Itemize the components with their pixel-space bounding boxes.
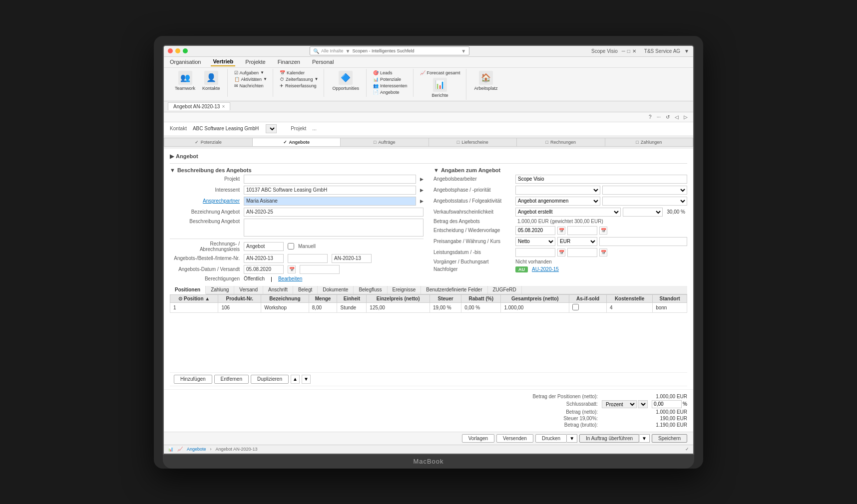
verkauf-select2[interactable]	[623, 208, 663, 217]
menu-organisation[interactable]: Organisation	[168, 58, 203, 66]
in-auftrag-btn[interactable]: In Auftrag überführen	[579, 434, 639, 443]
win-restore[interactable]: □	[627, 48, 630, 54]
ribbon-btn-zeiterfassung[interactable]: ⏱ Zeiterfassung ▼	[278, 76, 320, 82]
datum-input[interactable]	[244, 265, 284, 274]
move-down-btn[interactable]: ▼	[302, 375, 311, 384]
schlussrabatt-input[interactable]	[652, 400, 682, 408]
status-select[interactable]: Angebot angenommen	[515, 197, 600, 206]
rechnungs-input[interactable]	[244, 242, 284, 251]
minimize-button[interactable]	[175, 48, 180, 53]
entscheidung-input2[interactable]	[567, 226, 597, 235]
entscheidung-calendar[interactable]: 📅	[557, 227, 565, 235]
entscheidung-input[interactable]	[515, 226, 555, 235]
menu-vertrieb[interactable]: Vertrieb	[211, 57, 235, 66]
tab-anschrift[interactable]: Anschrift	[263, 286, 293, 294]
tab-zugferd[interactable]: ZUGFeRD	[488, 286, 522, 294]
preisangabe-select[interactable]: Netto	[515, 237, 555, 246]
status-breadcrumb1[interactable]: Angebote	[187, 447, 206, 452]
datum-calendar-btn[interactable]: 📅	[288, 265, 296, 273]
nav-step-lieferscheine[interactable]: □ Lieferscheine	[429, 138, 517, 146]
nav-step-potenziale[interactable]: ✓ Potenziale	[164, 138, 253, 146]
versenden-btn[interactable]: Versenden	[496, 434, 533, 443]
doc-tab-close[interactable]: ×	[222, 104, 225, 109]
vorlagen-btn[interactable]: Vorlagen	[462, 434, 494, 443]
entfernen-btn[interactable]: Entfernen	[214, 375, 249, 384]
table-row[interactable]: 1 106 Workshop 8,00 Stunde 125,00 19,00 …	[170, 302, 687, 312]
nav-step-auftraege[interactable]: □ Aufträge	[341, 138, 429, 146]
verkauf-select[interactable]: Angebot erstellt	[515, 208, 621, 217]
drucken-arrow-btn[interactable]: ▼	[567, 434, 577, 443]
ribbon-btn-reiseerfassung[interactable]: ✈ Reiseerfassung	[278, 83, 320, 89]
ribbon-btn-forecast[interactable]: 📈 Forecast gesamt	[419, 70, 462, 76]
projekt-arrow[interactable]: ▶	[420, 177, 424, 182]
ribbon-btn-opportunities[interactable]: 🔷 Opportunities	[329, 70, 362, 92]
schlussrabatt-dropdown[interactable]: ▼	[638, 400, 648, 408]
kontakt-dropdown[interactable]	[266, 124, 277, 133]
sort-arrow[interactable]: ▲	[205, 296, 210, 301]
ribbon-btn-berichte[interactable]: 📊 Berichte	[429, 77, 451, 99]
ansprechpartner-label[interactable]: Ansprechpartner	[170, 198, 240, 204]
bearbeiten-link[interactable]: Bearbeiten	[278, 276, 302, 281]
tab-ereignisse[interactable]: Ereignisse	[388, 286, 422, 294]
tab-benutzerdefiniert[interactable]: Benutzerdefinierte Felder	[421, 286, 487, 294]
as-if-sold-check[interactable]	[572, 304, 579, 310]
preisangabe-currency-select[interactable]: EUR	[557, 237, 597, 246]
angebot-section-header[interactable]: ▶ Angebot	[170, 152, 687, 161]
tab-belegfluss[interactable]: Belegfluss	[354, 286, 387, 294]
bezeichnung-input[interactable]	[244, 208, 424, 217]
ribbon-btn-leads[interactable]: 🎯 Leads	[372, 70, 409, 76]
angebots-bestell-input1[interactable]	[244, 254, 284, 263]
nachfolger-link[interactable]: AU-2020-15	[532, 266, 559, 272]
more-btn[interactable]: ···	[655, 114, 662, 120]
ribbon-btn-teamwork[interactable]: 👥 Teamwork	[172, 70, 198, 92]
entscheidung-calendar2[interactable]: 📅	[599, 227, 607, 235]
tab-dokumente[interactable]: Dokumente	[318, 286, 354, 294]
phase-select2[interactable]	[602, 186, 687, 195]
ribbon-btn-angebote[interactable]: 📄 Angebote	[372, 89, 409, 95]
bearbeiter-input[interactable]	[515, 175, 687, 184]
company-dropdown[interactable]: ▼	[684, 48, 689, 54]
close-button[interactable]	[168, 48, 173, 53]
search-bar[interactable]: 🔍 Alle Inhalte ▼ Scopen - Intelligentes …	[310, 46, 469, 55]
manuell-checkbox[interactable]	[288, 243, 294, 250]
tab-positionen[interactable]: Positionen	[170, 286, 206, 294]
ribbon-btn-kontakte[interactable]: 👤 Kontakte	[199, 70, 223, 92]
move-up-btn[interactable]: ▲	[291, 375, 300, 384]
ribbon-btn-aufgaben[interactable]: ☑ Aufgaben ▼	[233, 70, 269, 76]
in-auftrag-arrow-btn[interactable]: ▼	[639, 434, 650, 443]
forward-btn[interactable]: ▷	[682, 114, 689, 120]
leistung-input2[interactable]	[567, 248, 597, 257]
tab-versand[interactable]: Versand	[234, 286, 263, 294]
menu-projekte[interactable]: Projekte	[243, 58, 267, 66]
ribbon-btn-potenziale[interactable]: 📊 Potenziale	[372, 76, 409, 82]
interessent-arrow[interactable]: ▶	[420, 188, 424, 193]
nav-step-zahlungen[interactable]: □ Zahlungen	[605, 138, 693, 146]
ribbon-btn-interessenten[interactable]: 👥 Interessenten	[372, 83, 409, 89]
leistung-calendar2[interactable]: 📅	[599, 249, 607, 256]
ansprechpartner-input[interactable]	[244, 197, 416, 206]
projekt-input[interactable]	[244, 175, 416, 184]
hinzufuegen-btn[interactable]: Hinzufügen	[174, 375, 212, 384]
datum-input2[interactable]	[300, 265, 340, 274]
nav-step-rechnungen[interactable]: □ Rechnungen	[517, 138, 605, 146]
preisangabe-input[interactable]	[599, 237, 687, 246]
angaben-header[interactable]: ▼ Angaben zum Angebot	[433, 166, 687, 175]
ribbon-btn-arbeitsplatz[interactable]: 🏠 Arbeitsplatz	[471, 70, 501, 92]
nav-step-angebote[interactable]: ✓ Angebote	[253, 138, 341, 146]
ansprechpartner-arrow[interactable]: ▶	[420, 199, 424, 204]
win-close[interactable]: ✕	[632, 48, 636, 54]
doc-tab-angebot[interactable]: Angebot AN-2020-13 ×	[168, 102, 230, 110]
help-btn[interactable]: ?	[647, 114, 653, 120]
speichern-btn[interactable]: Speichern	[652, 434, 687, 443]
status-select2[interactable]	[602, 197, 687, 206]
tab-belegt[interactable]: Belegt	[293, 286, 318, 294]
menu-finanzen[interactable]: Finanzen	[276, 58, 302, 66]
refresh-btn[interactable]: ↺	[664, 114, 671, 120]
back-btn[interactable]: ◁	[673, 114, 680, 120]
menu-personal[interactable]: Personal	[310, 58, 336, 66]
duplizieren-btn[interactable]: Duplizieren	[251, 375, 289, 384]
tab-zahlung[interactable]: Zahlung	[206, 286, 234, 294]
drucken-btn[interactable]: Drucken	[535, 434, 567, 443]
win-minimize[interactable]: ─	[622, 48, 625, 54]
leistung-input[interactable]	[515, 248, 555, 257]
